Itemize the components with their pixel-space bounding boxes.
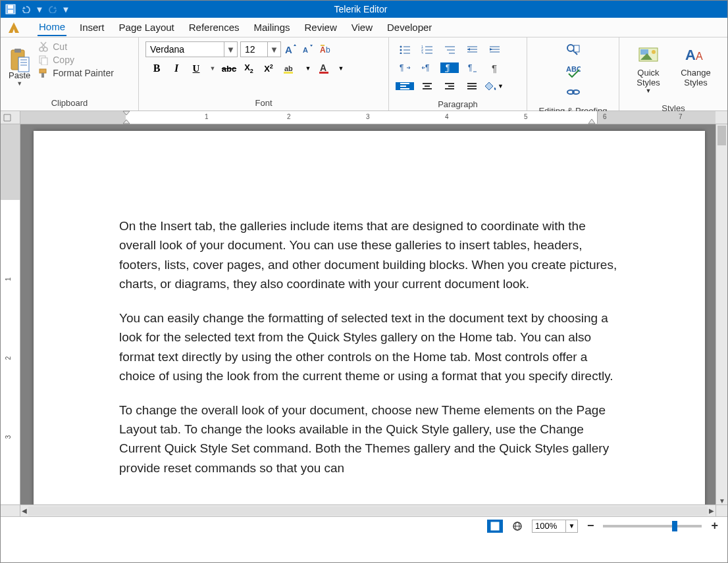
vscroll-down-icon[interactable]: ▼ xyxy=(719,497,725,504)
text-direction-alt-button[interactable]: ¶ xyxy=(463,62,481,73)
group-styles: Quick Styles ▼ AA Change Styles Styles xyxy=(619,37,727,110)
align-right-button[interactable] xyxy=(440,82,459,90)
shading-button[interactable]: ▼ xyxy=(485,81,504,91)
svg-text:¶: ¶ xyxy=(446,63,450,72)
find-button[interactable] xyxy=(566,43,581,57)
increase-indent-button[interactable] xyxy=(485,45,504,54)
vertical-scrollbar[interactable]: ▼ xyxy=(715,124,727,504)
font-color-dropdown-icon[interactable]: ▼ xyxy=(338,61,344,76)
zoom-slider-thumb[interactable] xyxy=(672,521,677,531)
ruler-tick-1: 1 xyxy=(205,113,209,120)
paragraph-1[interactable]: On the Insert tab, the galleries include… xyxy=(119,216,619,294)
superscript-button[interactable]: X2 xyxy=(261,61,276,76)
highlight-button[interactable]: ab xyxy=(281,61,299,76)
highlight-dropdown-icon[interactable]: ▼ xyxy=(305,61,311,76)
document-canvas[interactable]: On the Insert tab, the galleries include… xyxy=(20,124,715,504)
tab-mailings[interactable]: Mailings xyxy=(253,19,292,36)
tab-review[interactable]: Review xyxy=(303,19,338,36)
svg-text:b: b xyxy=(326,45,330,55)
zoom-combo[interactable]: ▼ xyxy=(532,520,578,533)
quick-styles-button[interactable]: Quick Styles ▼ xyxy=(629,43,668,97)
redo-icon[interactable] xyxy=(47,3,59,15)
underline-button[interactable]: U xyxy=(189,61,203,76)
bullets-button[interactable] xyxy=(396,45,414,54)
hscroll-track[interactable] xyxy=(28,506,708,516)
text-direction-button[interactable]: ¶ xyxy=(440,62,459,73)
font-size-input[interactable] xyxy=(241,42,267,57)
zoom-input[interactable] xyxy=(533,520,565,532)
indent-marker-left[interactable] xyxy=(122,110,132,125)
tab-insert[interactable]: Insert xyxy=(78,19,106,36)
font-size-combo[interactable]: ▼ xyxy=(240,41,281,57)
tab-developer[interactable]: Developer xyxy=(386,19,433,36)
qat-customize-icon[interactable]: ▼ xyxy=(63,3,69,15)
svg-rect-14 xyxy=(41,58,47,65)
shrink-font-button[interactable]: A xyxy=(301,42,315,57)
align-center-button[interactable] xyxy=(418,82,436,90)
cut-button[interactable]: Cut xyxy=(38,41,114,52)
align-justify-button[interactable] xyxy=(463,82,481,90)
font-size-dropdown-icon[interactable]: ▼ xyxy=(267,42,280,57)
show-marks-button[interactable]: ¶ xyxy=(485,62,504,74)
font-name-combo[interactable]: ▼ xyxy=(145,41,238,57)
numbering-button[interactable]: 123 xyxy=(418,45,436,54)
page[interactable]: On the Insert tab, the galleries include… xyxy=(34,131,705,504)
spellcheck-button[interactable]: ABC xyxy=(566,64,581,78)
hscroll-right-icon[interactable]: ▶ xyxy=(709,507,714,514)
grow-font-button[interactable]: A xyxy=(284,42,298,57)
tab-page-layout[interactable]: Page Layout xyxy=(118,19,176,36)
tab-home[interactable]: Home xyxy=(38,18,66,36)
ltr-button[interactable]: ¶ xyxy=(396,62,414,73)
group-paragraph: 123 ¶ ¶ ¶ ¶ ¶ ▼ Paragraph xyxy=(389,37,527,110)
quick-styles-dropdown-icon[interactable]: ▼ xyxy=(646,87,652,94)
link-button[interactable] xyxy=(566,85,581,99)
save-icon[interactable] xyxy=(5,3,16,15)
change-styles-button[interactable]: AA Change Styles xyxy=(673,43,718,90)
svg-rect-4 xyxy=(14,49,21,53)
paste-dropdown-icon[interactable]: ▼ xyxy=(16,80,22,87)
svg-text:A: A xyxy=(685,47,696,63)
undo-icon[interactable] xyxy=(20,3,32,15)
svg-rect-16 xyxy=(41,73,44,78)
svg-point-26 xyxy=(400,46,402,48)
copy-button[interactable]: Copy xyxy=(38,55,114,65)
indent-marker-right[interactable] xyxy=(588,118,596,124)
strikethrough-button[interactable]: abc xyxy=(222,61,236,76)
horizontal-ruler[interactable]: 1 2 3 4 5 6 7 xyxy=(20,111,715,124)
zoom-dropdown-icon[interactable]: ▼ xyxy=(565,520,577,532)
zoom-slider[interactable] xyxy=(603,525,702,527)
clear-formatting-button[interactable]: Ab xyxy=(318,42,335,57)
zoom-in-button[interactable]: + xyxy=(708,519,721,533)
svg-rect-65 xyxy=(574,45,579,52)
tab-view[interactable]: View xyxy=(350,19,374,36)
zoom-out-button[interactable]: − xyxy=(585,519,597,533)
multilevel-list-button[interactable] xyxy=(440,45,459,54)
format-painter-button[interactable]: Format Painter xyxy=(38,68,114,78)
font-color-button[interactable]: A xyxy=(317,61,332,76)
decrease-indent-button[interactable] xyxy=(463,45,481,54)
subscript-button[interactable]: X2 xyxy=(242,61,256,76)
view-print-layout-button[interactable] xyxy=(487,520,503,533)
font-name-input[interactable] xyxy=(146,42,224,57)
ruler-tick-6: 6 xyxy=(603,113,607,120)
horizontal-scrollbar[interactable]: ◀ ▶ xyxy=(20,505,715,516)
svg-rect-2 xyxy=(8,10,13,13)
underline-dropdown-icon[interactable]: ▼ xyxy=(209,61,217,76)
vertical-ruler[interactable]: 1 2 3 xyxy=(1,124,20,504)
bold-button[interactable]: B xyxy=(149,61,164,76)
paste-button[interactable]: Paste ▼ xyxy=(5,39,34,95)
view-web-layout-button[interactable] xyxy=(509,520,525,533)
vscroll-thumb[interactable] xyxy=(717,126,726,145)
font-name-dropdown-icon[interactable]: ▼ xyxy=(224,42,237,57)
paragraph-2[interactable]: You can easily change the formatting of … xyxy=(119,308,619,386)
undo-dropdown-icon[interactable]: ▼ xyxy=(36,3,43,15)
paragraph-3[interactable]: To change the overall look of your docum… xyxy=(119,401,619,478)
change-styles-icon: AA xyxy=(685,45,706,66)
italic-button[interactable]: I xyxy=(169,61,184,76)
hscroll-left-icon[interactable]: ◀ xyxy=(22,507,27,514)
svg-point-28 xyxy=(400,49,402,51)
align-left-button[interactable] xyxy=(396,82,414,90)
svg-text:A: A xyxy=(696,51,703,62)
tab-references[interactable]: References xyxy=(188,19,241,36)
rtl-button[interactable]: ¶ xyxy=(418,62,436,73)
